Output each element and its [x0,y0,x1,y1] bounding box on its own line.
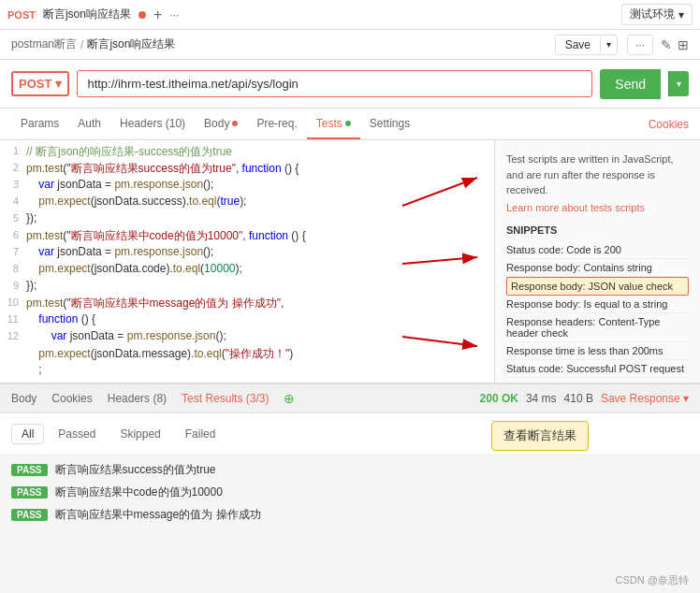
results-tab-cookies[interactable]: Cookies [51,392,92,405]
code-line-10: 10 pm.test("断言响应结果中message的值为 操作成功", [0,296,494,312]
results-bar: Body Cookies Headers (8) Test Results (3… [0,383,700,413]
pass-badge-1: PASS [11,464,48,476]
breadcrumb-separator: / [80,38,83,51]
snippet-status-200[interactable]: Status code: Code is 200 [506,241,689,259]
test-row-1: PASS 断言响应结果success的值为true [11,459,689,482]
tab-tests[interactable]: Tests [307,109,360,139]
snippet-json-check[interactable]: Response body: JSON value check [506,277,689,296]
test-row-2: PASS 断言响应结果中code的值为10000 [11,482,689,504]
code-line-1: 1 // 断言json的响应结果-success的值为true [0,144,494,161]
results-tab-test-results[interactable]: Test Results (3/3) [182,392,269,405]
test-row-3: PASS 断言响应结果中message的值为 操作成功 [11,504,689,527]
response-size: 410 B [564,392,593,405]
layout-icon[interactable]: ⊞ [678,37,689,52]
code-line-6: 6 pm.test("断言响应结果中code的值为10000", functio… [0,228,494,245]
more-tabs-button[interactable]: ··· [169,8,179,22]
edit-icon[interactable]: ✎ [661,37,672,52]
code-line-9: 9 }); [0,279,494,296]
tab-title: 断言json响应结果 [43,7,131,22]
body-dot-icon [232,121,238,126]
code-editor[interactable]: 1 // 断言json的响应结果-success的值为true 2 pm.tes… [0,140,494,383]
snippets-title: SNIPPETS [506,224,689,236]
request-tabs-row: Params Auth Headers (10) Body Pre-req. T… [0,108,700,140]
save-dropdown-button[interactable]: ▾ [600,36,617,52]
code-line-8: 8 pm.expect(jsonData.code).to.eql(10000)… [0,262,494,279]
results-tab-headers[interactable]: Headers (8) [108,392,167,405]
snippet-content-type[interactable]: Response headers: Content-Type header ch… [506,313,689,342]
filter-tab-passed[interactable]: Passed [48,424,106,444]
code-line-2: 2 pm.test("断言响应结果success的值为true", functi… [0,161,494,178]
tab-settings[interactable]: Settings [360,109,419,139]
more-options-button[interactable]: ··· [627,35,653,55]
method-label: POST [19,77,51,91]
tab-auth[interactable]: Auth [68,109,110,139]
tab-params[interactable]: Params [11,109,68,139]
learn-more-link[interactable]: Learn more about tests scripts [506,202,689,213]
tab-dot [139,11,146,19]
new-tab-button[interactable]: + [153,7,162,23]
tab-prereq[interactable]: Pre-req. [247,109,306,139]
send-button[interactable]: Send [600,69,661,99]
save-response-button[interactable]: Save Response ▾ [601,392,689,405]
status-code: 200 OK [480,392,518,405]
send-dropdown-button[interactable]: ▾ [668,71,689,96]
save-button-group: Save ▾ [555,35,618,55]
code-line-14: ; [0,363,494,380]
snippet-body-contains[interactable]: Response body: Contains string [506,259,689,277]
pass-badge-2: PASS [11,486,48,499]
code-line-13: pm.expect(jsonData.message).to.eql("操作成功… [0,346,494,363]
breadcrumb-parent[interactable]: postman断言 [11,36,77,52]
environment-selector[interactable]: 测试环境 ▾ [621,4,693,25]
filter-tab-skipped[interactable]: Skipped [109,424,170,444]
status-info: 200 OK 34 ms 410 B Save Response ▾ [480,392,689,405]
cookies-link[interactable]: Cookies [649,118,689,131]
method-selector[interactable]: POST ▾ [11,71,69,96]
right-panel: Test scripts are written in JavaScript, … [494,140,700,383]
method-label-small: POST [7,9,36,21]
filter-tabs-row: All Passed Skipped Failed 查看断言结果 [0,413,700,456]
pass-badge-3: PASS [11,509,48,521]
code-line-4: 4 pm.expect(jsonData.success).to.eql(tru… [0,195,494,211]
callout-text: 查看断言结果 [503,428,576,442]
url-bar: POST ▾ Send ▾ [0,60,700,108]
test-name-2: 断言响应结果中code的值为10000 [55,485,223,500]
tab-body[interactable]: Body [195,109,247,139]
test-name-3: 断言响应结果中message的值为 操作成功 [55,507,261,523]
snippet-body-equal[interactable]: Response body: Is equal to a string [506,296,689,313]
snippet-response-time[interactable]: Response time is less than 200ms [506,342,689,360]
code-line-11: 11 function () { [0,312,494,329]
breadcrumb-current: 断言json响应结果 [87,36,175,52]
snippet-code-name[interactable]: Status code: Code name has string [506,378,689,383]
url-input[interactable] [77,70,592,97]
filter-tab-failed[interactable]: Failed [175,424,226,444]
callout-box: 查看断言结果 [491,421,589,451]
footer-text: CSDN @奈思特 [616,573,689,587]
test-results-list: PASS 断言响应结果success的值为true PASS 断言响应结果中co… [0,456,700,530]
code-line-3: 3 var jsonData = pm.response.json(); [0,178,494,195]
snippet-post-success[interactable]: Status code: Successful POST request [506,360,689,378]
save-button[interactable]: Save [556,36,600,54]
code-line-5: 5 }); [0,211,494,228]
results-tab-body[interactable]: Body [11,392,36,405]
method-chevron-icon: ▾ [55,77,62,91]
breadcrumb-bar: postman断言 / 断言json响应结果 Save ▾ ··· ✎ ⊞ [0,30,700,60]
tab-headers[interactable]: Headers (10) [110,109,195,139]
top-bar: POST 断言json响应结果 + ··· 测试环境 ▾ [0,0,700,30]
main-split-panel: 1 // 断言json的响应结果-success的值为true 2 pm.tes… [0,140,700,383]
tests-dot-icon [345,121,351,126]
test-name-1: 断言响应结果success的值为true [55,462,216,478]
code-line-12: 12 var jsonData = pm.response.json(); [0,329,494,346]
filter-tab-all[interactable]: All [11,424,44,444]
code-line-7: 7 var jsonData = pm.response.json(); [0,245,494,262]
globe-icon: ⊕ [284,391,295,406]
right-panel-description: Test scripts are written in JavaScript, … [506,152,689,198]
response-time: 34 ms [526,392,557,405]
